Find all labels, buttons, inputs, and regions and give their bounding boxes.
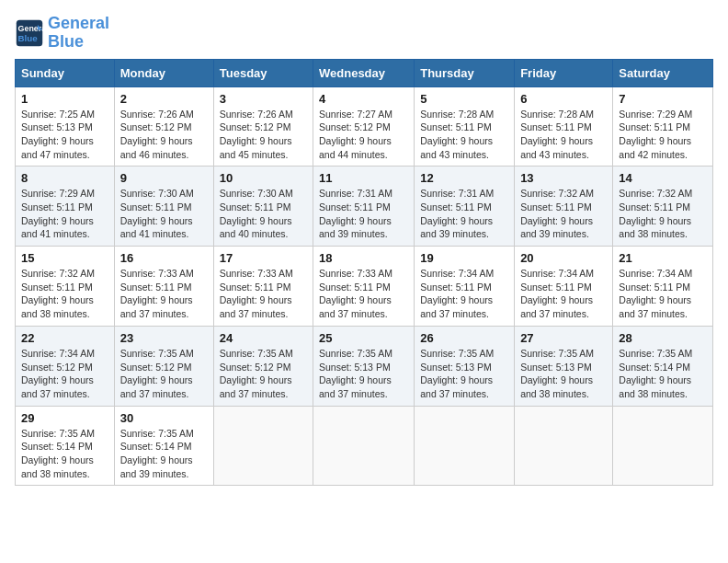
weekday-header-monday: Monday [114, 59, 213, 86]
calendar-day-cell: 20 Sunrise: 7:34 AM Sunset: 5:11 PM Dayl… [515, 247, 613, 327]
weekday-header-wednesday: Wednesday [313, 59, 415, 86]
day-number: 30 [120, 411, 208, 425]
calendar-day-cell: 7 Sunrise: 7:29 AM Sunset: 5:11 PM Dayli… [613, 86, 713, 167]
calendar-day-cell: 5 Sunrise: 7:28 AM Sunset: 5:11 PM Dayli… [415, 86, 515, 167]
logo-icon: General Blue [15, 18, 44, 48]
day-info: Sunrise: 7:26 AM Sunset: 5:12 PM Dayligh… [220, 108, 307, 162]
day-info: Sunrise: 7:35 AM Sunset: 5:14 PM Dayligh… [120, 427, 208, 481]
day-info: Sunrise: 7:35 AM Sunset: 5:14 PM Dayligh… [619, 347, 707, 401]
calendar-day-cell: 29 Sunrise: 7:35 AM Sunset: 5:14 PM Dayl… [16, 406, 115, 486]
calendar-day-cell: 18 Sunrise: 7:33 AM Sunset: 5:11 PM Dayl… [313, 247, 415, 327]
weekday-header-tuesday: Tuesday [213, 59, 313, 86]
day-number: 21 [619, 251, 707, 265]
calendar-day-cell: 26 Sunrise: 7:35 AM Sunset: 5:13 PM Dayl… [415, 326, 515, 406]
day-number: 15 [21, 251, 108, 265]
weekday-header-thursday: Thursday [415, 59, 515, 86]
calendar-day-cell: 6 Sunrise: 7:28 AM Sunset: 5:11 PM Dayli… [515, 86, 613, 167]
day-number: 11 [319, 171, 408, 185]
day-number: 27 [520, 331, 607, 345]
day-number: 26 [420, 331, 508, 345]
day-number: 3 [220, 92, 307, 106]
weekday-header-sunday: Sunday [16, 59, 115, 86]
day-number: 4 [319, 92, 408, 106]
day-info: Sunrise: 7:26 AM Sunset: 5:12 PM Dayligh… [120, 108, 208, 162]
calendar-day-cell: 3 Sunrise: 7:26 AM Sunset: 5:12 PM Dayli… [213, 86, 313, 167]
day-info: Sunrise: 7:25 AM Sunset: 5:13 PM Dayligh… [21, 108, 108, 162]
day-info: Sunrise: 7:34 AM Sunset: 5:11 PM Dayligh… [520, 267, 607, 321]
day-info: Sunrise: 7:33 AM Sunset: 5:11 PM Dayligh… [220, 267, 307, 321]
calendar-day-cell [515, 406, 613, 486]
calendar-day-cell [313, 406, 415, 486]
calendar-day-cell: 8 Sunrise: 7:29 AM Sunset: 5:11 PM Dayli… [16, 167, 115, 247]
day-number: 28 [619, 331, 707, 345]
calendar-day-cell: 4 Sunrise: 7:27 AM Sunset: 5:12 PM Dayli… [313, 86, 415, 167]
calendar-day-cell: 19 Sunrise: 7:34 AM Sunset: 5:11 PM Dayl… [415, 247, 515, 327]
day-info: Sunrise: 7:32 AM Sunset: 5:11 PM Dayligh… [619, 187, 707, 241]
day-info: Sunrise: 7:28 AM Sunset: 5:11 PM Dayligh… [520, 108, 607, 162]
day-number: 1 [21, 92, 108, 106]
day-info: Sunrise: 7:29 AM Sunset: 5:11 PM Dayligh… [21, 187, 108, 241]
logo-name: GeneralBlue [48, 15, 109, 52]
day-number: 20 [520, 251, 607, 265]
day-info: Sunrise: 7:31 AM Sunset: 5:11 PM Dayligh… [420, 187, 508, 241]
calendar-day-cell: 15 Sunrise: 7:32 AM Sunset: 5:11 PM Dayl… [16, 247, 115, 327]
day-info: Sunrise: 7:32 AM Sunset: 5:11 PM Dayligh… [21, 267, 108, 321]
day-info: Sunrise: 7:32 AM Sunset: 5:11 PM Dayligh… [520, 187, 607, 241]
day-info: Sunrise: 7:27 AM Sunset: 5:12 PM Dayligh… [319, 108, 408, 162]
calendar-day-cell: 12 Sunrise: 7:31 AM Sunset: 5:11 PM Dayl… [415, 167, 515, 247]
day-info: Sunrise: 7:28 AM Sunset: 5:11 PM Dayligh… [420, 108, 508, 162]
day-info: Sunrise: 7:35 AM Sunset: 5:13 PM Dayligh… [319, 347, 408, 401]
day-number: 9 [120, 171, 208, 185]
day-info: Sunrise: 7:34 AM Sunset: 5:11 PM Dayligh… [619, 267, 707, 321]
calendar-day-cell: 30 Sunrise: 7:35 AM Sunset: 5:14 PM Dayl… [114, 406, 213, 486]
day-number: 16 [120, 251, 208, 265]
day-number: 10 [220, 171, 307, 185]
day-number: 25 [319, 331, 408, 345]
calendar-week-row: 8 Sunrise: 7:29 AM Sunset: 5:11 PM Dayli… [16, 167, 713, 247]
calendar-day-cell: 13 Sunrise: 7:32 AM Sunset: 5:11 PM Dayl… [515, 167, 613, 247]
calendar-day-cell: 14 Sunrise: 7:32 AM Sunset: 5:11 PM Dayl… [613, 167, 713, 247]
svg-text:Blue: Blue [18, 33, 39, 43]
calendar-day-cell: 28 Sunrise: 7:35 AM Sunset: 5:14 PM Dayl… [613, 326, 713, 406]
day-number: 6 [520, 92, 607, 106]
day-info: Sunrise: 7:30 AM Sunset: 5:11 PM Dayligh… [120, 187, 208, 241]
calendar-day-cell: 10 Sunrise: 7:30 AM Sunset: 5:11 PM Dayl… [213, 167, 313, 247]
day-number: 19 [420, 251, 508, 265]
day-info: Sunrise: 7:33 AM Sunset: 5:11 PM Dayligh… [120, 267, 208, 321]
calendar-day-cell: 27 Sunrise: 7:35 AM Sunset: 5:13 PM Dayl… [515, 326, 613, 406]
calendar-week-row: 22 Sunrise: 7:34 AM Sunset: 5:12 PM Dayl… [16, 326, 713, 406]
calendar-day-cell: 17 Sunrise: 7:33 AM Sunset: 5:11 PM Dayl… [213, 247, 313, 327]
day-info: Sunrise: 7:35 AM Sunset: 5:12 PM Dayligh… [120, 347, 208, 401]
day-number: 29 [21, 411, 108, 425]
day-number: 2 [120, 92, 208, 106]
day-info: Sunrise: 7:35 AM Sunset: 5:12 PM Dayligh… [220, 347, 307, 401]
calendar-day-cell: 22 Sunrise: 7:34 AM Sunset: 5:12 PM Dayl… [16, 326, 115, 406]
day-info: Sunrise: 7:34 AM Sunset: 5:11 PM Dayligh… [420, 267, 508, 321]
day-number: 14 [619, 171, 707, 185]
calendar-day-cell: 24 Sunrise: 7:35 AM Sunset: 5:12 PM Dayl… [213, 326, 313, 406]
calendar-day-cell [613, 406, 713, 486]
weekday-header-saturday: Saturday [613, 59, 713, 86]
calendar-day-cell [415, 406, 515, 486]
calendar-day-cell: 21 Sunrise: 7:34 AM Sunset: 5:11 PM Dayl… [613, 247, 713, 327]
weekday-header-friday: Friday [515, 59, 613, 86]
calendar-day-cell [213, 406, 313, 486]
day-number: 8 [21, 171, 108, 185]
day-info: Sunrise: 7:33 AM Sunset: 5:11 PM Dayligh… [319, 267, 408, 321]
weekday-header-row: SundayMondayTuesdayWednesdayThursdayFrid… [16, 59, 713, 86]
day-number: 13 [520, 171, 607, 185]
day-info: Sunrise: 7:31 AM Sunset: 5:11 PM Dayligh… [319, 187, 408, 241]
calendar-week-row: 15 Sunrise: 7:32 AM Sunset: 5:11 PM Dayl… [16, 247, 713, 327]
calendar-day-cell: 16 Sunrise: 7:33 AM Sunset: 5:11 PM Dayl… [114, 247, 213, 327]
calendar-table: SundayMondayTuesdayWednesdayThursdayFrid… [15, 59, 713, 487]
day-info: Sunrise: 7:35 AM Sunset: 5:13 PM Dayligh… [420, 347, 508, 401]
day-info: Sunrise: 7:35 AM Sunset: 5:14 PM Dayligh… [21, 427, 108, 481]
day-info: Sunrise: 7:35 AM Sunset: 5:13 PM Dayligh… [520, 347, 607, 401]
day-info: Sunrise: 7:29 AM Sunset: 5:11 PM Dayligh… [619, 108, 707, 162]
calendar-week-row: 29 Sunrise: 7:35 AM Sunset: 5:14 PM Dayl… [16, 406, 713, 486]
day-number: 23 [120, 331, 208, 345]
calendar-day-cell: 2 Sunrise: 7:26 AM Sunset: 5:12 PM Dayli… [114, 86, 213, 167]
day-number: 7 [619, 92, 707, 106]
day-info: Sunrise: 7:34 AM Sunset: 5:12 PM Dayligh… [21, 347, 108, 401]
calendar-week-row: 1 Sunrise: 7:25 AM Sunset: 5:13 PM Dayli… [16, 86, 713, 167]
